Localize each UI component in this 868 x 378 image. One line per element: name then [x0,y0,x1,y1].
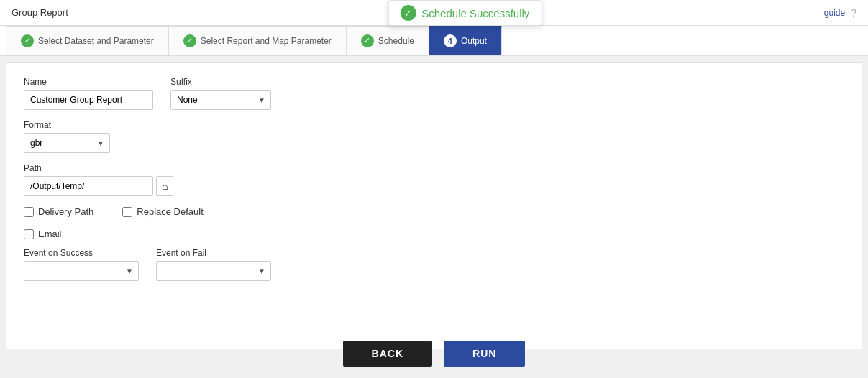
event-fail-group: Event on Fail ▼ [156,248,271,281]
wizard-step-1[interactable]: ✓ Select Dataset and Parameter [6,26,168,55]
name-suffix-row: Name Suffix None Date Time DateTime ▼ [24,77,844,110]
path-input-row: ⌂ [24,176,173,196]
success-text: Schedule Successfully [421,7,529,19]
top-bar: Group Report ✓ Schedule Successfully gui… [0,0,868,26]
delivery-path-row: Delivery Path [24,206,93,217]
step4-num: 4 [444,34,457,47]
wizard-bar: ✓ Select Dataset and Parameter ✓ Select … [0,26,868,56]
replace-default-label: Replace Default [137,206,204,217]
footer-buttons: BACK RUN [0,329,868,355]
email-checkbox[interactable] [24,229,34,239]
wizard-step-4[interactable]: 4 Output [429,26,502,55]
step1-check-icon: ✓ [21,34,34,47]
event-row: Event on Success ▼ Event on Fail ▼ [24,248,844,281]
step2-label: Select Report and Map Parameter [201,36,332,46]
home-button[interactable]: ⌂ [156,176,173,196]
name-label: Name [24,77,153,87]
format-group: Format gbr pdf xlsx csv ▼ [24,120,110,153]
email-label: Email [38,229,62,239]
step3-label: Schedule [378,36,414,46]
delivery-path-label: Delivery Path [38,206,93,217]
wizard-step-2[interactable]: ✓ Select Report and Map Parameter [168,26,346,55]
format-label: Format [24,120,110,130]
name-input[interactable] [24,90,153,110]
success-popup: ✓ Schedule Successfully [388,0,542,26]
format-select-wrapper: gbr pdf xlsx csv ▼ [24,133,110,153]
event-success-select-wrapper: ▼ [24,261,139,281]
replace-default-checkbox[interactable] [122,207,132,217]
event-success-group: Event on Success ▼ [24,248,139,281]
path-row: Path ⌂ [24,163,844,196]
replace-default-row: Replace Default [122,206,204,217]
back-button[interactable]: BACK [343,341,432,355]
success-check-icon: ✓ [400,5,416,21]
name-group: Name [24,77,153,110]
help-icon[interactable]: ? [851,7,856,19]
event-success-select[interactable] [24,261,139,281]
run-button[interactable]: RUN [444,341,525,355]
event-fail-select[interactable] [156,261,271,281]
step2-check-icon: ✓ [183,34,196,47]
event-success-label: Event on Success [24,248,139,258]
path-label: Path [24,163,173,173]
wizard-step-3[interactable]: ✓ Schedule [346,26,429,55]
step3-check-icon: ✓ [361,34,374,47]
event-fail-label: Event on Fail [156,248,271,258]
step1-label: Select Dataset and Parameter [38,36,154,46]
app-title: Group Report [12,7,68,18]
format-select[interactable]: gbr pdf xlsx csv [24,133,110,153]
suffix-select-wrapper: None Date Time DateTime ▼ [170,90,271,110]
format-row: Format gbr pdf xlsx csv ▼ [24,120,844,153]
delivery-replace-row: Delivery Path Replace Default [24,206,844,223]
email-row: Email [24,229,844,239]
suffix-select[interactable]: None Date Time DateTime [170,90,271,110]
path-input[interactable] [24,176,153,196]
main-content: Name Suffix None Date Time DateTime ▼ Fo… [6,62,862,349]
suffix-label: Suffix [170,77,271,87]
step4-label: Output [461,36,487,46]
event-fail-select-wrapper: ▼ [156,261,271,281]
guide-link[interactable]: guide [824,8,845,18]
delivery-path-checkbox[interactable] [24,207,34,217]
path-group: Path ⌂ [24,163,173,196]
suffix-group: Suffix None Date Time DateTime ▼ [170,77,271,110]
